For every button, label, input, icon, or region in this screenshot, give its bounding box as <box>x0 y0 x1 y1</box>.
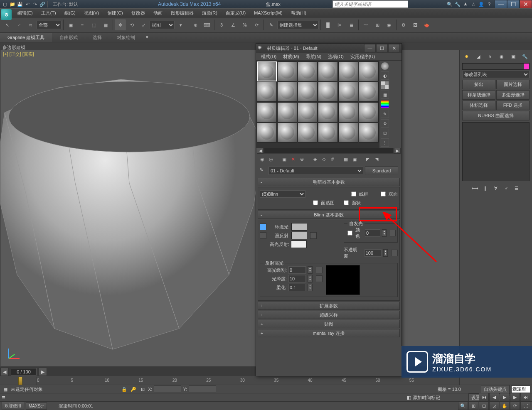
diffuse-lock-icon[interactable] <box>260 232 266 239</box>
gloss-value[interactable]: 10 <box>288 275 306 282</box>
sample-slot[interactable] <box>257 61 277 81</box>
pivot-icon[interactable]: ▾ <box>175 20 186 30</box>
sample-slot[interactable] <box>318 82 338 102</box>
pan-icon[interactable]: ✋ <box>500 402 510 410</box>
render-frame-icon[interactable]: 🖼 <box>410 20 421 30</box>
undo-icon[interactable]: ↶ <box>24 1 31 7</box>
menu-modifier[interactable]: 修改器 <box>127 10 149 16</box>
frame-position[interactable]: 0 / 100 <box>11 368 37 376</box>
menu-custom[interactable]: 自定义(U) <box>222 10 250 16</box>
render-icon[interactable]: 🫖 <box>421 20 432 30</box>
next-frame-icon[interactable]: ▶ <box>510 393 520 401</box>
goto-start-icon[interactable]: ⏮ <box>479 393 489 401</box>
percent-snap-icon[interactable]: % <box>239 20 250 30</box>
menu-maxscript[interactable]: MAXScript(M) <box>250 10 286 15</box>
opacity-map-icon[interactable] <box>391 250 398 256</box>
star-icon[interactable]: ★ <box>462 1 469 7</box>
zoom-ext-icon[interactable]: ⊡ <box>479 402 489 410</box>
matedit-min-button[interactable]: — <box>364 44 376 52</box>
ref-coord[interactable]: 视图 <box>150 21 175 29</box>
select-icon[interactable]: ▣ <box>65 20 76 30</box>
backlight-icon[interactable]: ◐ <box>381 71 389 80</box>
new-icon[interactable]: ▢ <box>2 1 8 7</box>
opacity-spinner[interactable]: ▲▼ <box>383 249 388 257</box>
maxview-icon[interactable]: ⛶ <box>520 402 530 410</box>
faceted-checkbox[interactable] <box>344 200 349 205</box>
selset-field[interactable]: 选定对 <box>511 385 530 393</box>
sample-slot[interactable] <box>318 123 338 142</box>
selfillum-map-icon[interactable] <box>390 230 396 236</box>
sample-slot[interactable] <box>257 82 277 102</box>
sample-slot[interactable] <box>277 102 297 122</box>
specular-swatch[interactable] <box>291 241 307 248</box>
btn-poly-sel[interactable]: 多边形选择 <box>496 90 530 100</box>
user-icon[interactable]: 👤 <box>478 1 485 7</box>
tag-icon[interactable]: ◧ <box>407 395 411 400</box>
utilities-tab-icon[interactable]: 🔧 <box>521 52 529 61</box>
track-mini-icon[interactable]: ▦ <box>2 385 9 393</box>
sample-slot[interactable] <box>359 61 379 81</box>
menu-create[interactable]: 创建(C) <box>103 10 127 16</box>
rollout-blinn-header[interactable]: -Blinn 基本参数 <box>258 211 400 219</box>
script-icon[interactable]: ≣ <box>2 395 5 400</box>
zoom-all-icon[interactable]: ⊞ <box>468 402 478 410</box>
soften-value[interactable]: 0.1 <box>288 284 306 291</box>
create-tab-icon[interactable]: ✹ <box>463 52 471 61</box>
time-slider[interactable] <box>18 377 22 385</box>
sample-slot[interactable] <box>257 123 277 142</box>
matedit-menu-util[interactable]: 实用程序(U) <box>347 53 378 60</box>
sample-slot[interactable] <box>277 82 297 102</box>
uv-tile-icon[interactable]: ▦ <box>381 91 389 99</box>
shader-select[interactable]: (B)Blinn <box>260 190 305 198</box>
sample-slot[interactable] <box>318 102 338 122</box>
modifier-stack[interactable] <box>462 122 530 181</box>
sample-slot[interactable] <box>277 61 297 81</box>
btn-nurbs-sel[interactable]: NURBS 曲面选择 <box>462 111 530 120</box>
opacity-value[interactable]: 100 <box>365 249 382 257</box>
go-parent-icon[interactable]: ◤ <box>364 155 372 163</box>
sample-slot[interactable] <box>318 61 338 81</box>
get-material-icon[interactable]: ◉ <box>259 155 266 163</box>
video-check-icon[interactable] <box>381 100 389 108</box>
window-cross-icon[interactable]: ▦ <box>100 20 111 30</box>
snap-manip-icon[interactable]: ⊕ <box>190 20 201 30</box>
named-sel-set[interactable]: 创建选择集 <box>277 21 319 29</box>
pick-material-icon[interactable]: ✎ <box>259 167 267 174</box>
facemap-checkbox[interactable] <box>313 200 318 205</box>
app-logo-icon[interactable]: ⊙ <box>1 9 12 20</box>
matedit-max-button[interactable]: ☐ <box>376 44 388 52</box>
track-toggle-icon[interactable] <box>0 377 18 385</box>
remove-mod-icon[interactable]: ♂ <box>502 184 511 193</box>
selfillum-value[interactable]: 0 <box>365 229 380 237</box>
menu-edit[interactable]: 编辑(E) <box>13 10 37 16</box>
search-input[interactable] <box>333 1 408 7</box>
reset-map-icon[interactable]: ✕ <box>289 155 297 163</box>
show-map-icon[interactable]: ▦ <box>342 155 350 163</box>
rotate-icon[interactable]: ⟲ <box>126 20 137 30</box>
workspace-label[interactable]: 工作台: 默认 <box>53 1 78 7</box>
sample-slot[interactable] <box>359 123 379 142</box>
layers-icon[interactable]: ≣ <box>346 20 357 30</box>
motion-tab-icon[interactable]: ◉ <box>498 52 506 61</box>
matedit-titlebar[interactable]: ◉ 材质编辑器 - 01 - Default — ☐ ✕ <box>256 44 401 53</box>
selection-filter[interactable]: 全部 <box>37 21 62 29</box>
key-mode-icon[interactable]: 🔑 <box>130 385 137 393</box>
rollout-shader-header[interactable]: -明暗器基本参数 <box>258 178 400 186</box>
slots-scrollbar[interactable]: ◀ ▶ <box>257 148 401 154</box>
open-icon[interactable]: 📁 <box>9 1 16 7</box>
sample-slot[interactable] <box>338 61 358 81</box>
rollout-extended[interactable]: +扩展参数 <box>258 302 400 310</box>
pin-stack-icon[interactable]: ⟼ <box>470 184 480 193</box>
material-editor-icon[interactable]: ◉ <box>384 20 394 30</box>
prev-frame-icon[interactable]: ◀ <box>489 393 499 401</box>
sample-type-icon[interactable] <box>381 62 389 70</box>
render-setup-icon[interactable]: ⚙ <box>398 20 409 30</box>
sample-slot[interactable] <box>359 82 379 102</box>
modify-tab-icon[interactable]: ◢ <box>474 52 483 61</box>
btn-extrude[interactable]: 挤出 <box>462 80 495 89</box>
add-time-tag[interactable]: 添加时间标记 <box>413 395 440 401</box>
sample-slot[interactable] <box>298 82 318 102</box>
curve-editor-icon[interactable]: 〰 <box>360 20 371 30</box>
timeline-next[interactable]: ▶ <box>39 368 47 376</box>
configure-icon[interactable]: ☰ <box>512 184 521 193</box>
